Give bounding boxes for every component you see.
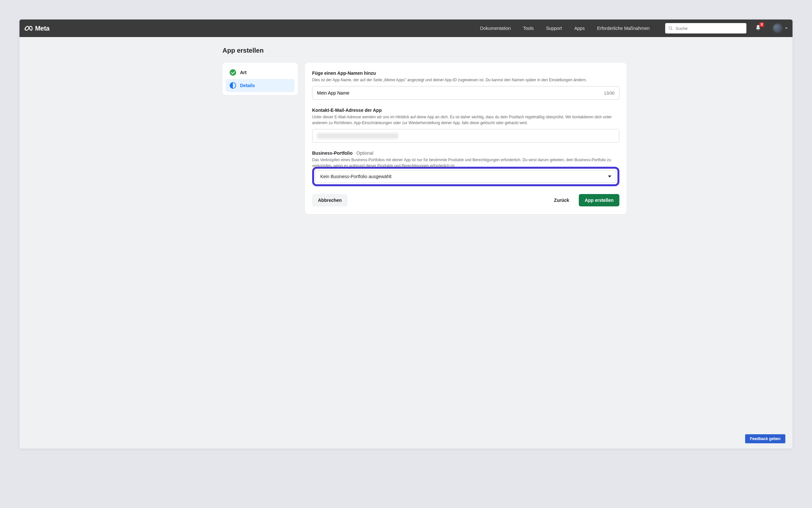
meta-logo-icon bbox=[24, 24, 33, 33]
field-desc: Das Verknüpfen eines Business-Portfolios… bbox=[312, 157, 619, 167]
content-area: App erstellen Art Details Füge einen App… bbox=[19, 37, 793, 234]
app-name-input[interactable] bbox=[317, 90, 604, 95]
field-app-name: Füge einen App-Namen hinzu Dies ist der … bbox=[312, 71, 619, 100]
field-business-portfolio: Business-Portfolio · Optional Das Verknü… bbox=[312, 151, 619, 186]
brand-name: Meta bbox=[35, 25, 49, 32]
avatar bbox=[773, 24, 782, 33]
sidebar-item-art[interactable]: Art bbox=[226, 66, 295, 79]
half-circle-icon bbox=[230, 82, 236, 89]
field-title-main: Business-Portfolio bbox=[312, 151, 352, 156]
nav-support[interactable]: Support bbox=[546, 26, 562, 31]
field-desc: Dies ist der App-Name, der auf der Seite… bbox=[312, 77, 619, 83]
create-app-button[interactable]: App erstellen bbox=[579, 194, 619, 206]
dropdown-value: Kein Business-Portfolio ausgewählt bbox=[320, 174, 391, 179]
business-portfolio-select[interactable]: Kein Business-Portfolio ausgewählt bbox=[316, 170, 616, 183]
nav-apps[interactable]: Apps bbox=[574, 26, 585, 31]
field-title-optional: · Optional bbox=[352, 151, 373, 156]
search-box[interactable] bbox=[665, 23, 747, 34]
app-name-input-wrap: 13/30 bbox=[312, 86, 619, 100]
chevron-down-icon bbox=[785, 27, 788, 30]
feedback-button[interactable]: Feedback geben bbox=[745, 434, 785, 443]
sidebar-item-details[interactable]: Details bbox=[226, 79, 295, 92]
sidebar-item-label: Details bbox=[240, 83, 255, 88]
wizard-steps: Art Details bbox=[223, 63, 298, 95]
field-title: Business-Portfolio · Optional bbox=[312, 151, 619, 156]
user-menu[interactable] bbox=[773, 24, 788, 33]
form-card: Füge einen App-Namen hinzu Dies ist der … bbox=[305, 63, 627, 214]
contact-email-input[interactable] bbox=[312, 129, 619, 143]
notifications-badge: 0 bbox=[759, 23, 764, 27]
nav-tools[interactable]: Tools bbox=[523, 26, 534, 31]
field-title: Kontakt-E-Mail-Adresse der App bbox=[312, 108, 619, 113]
field-desc: Unter dieser E-Mail-Adresse wenden wir u… bbox=[312, 114, 619, 126]
check-circle-icon bbox=[230, 69, 236, 76]
nav-links: Dokumentation Tools Support Apps Erforde… bbox=[480, 26, 650, 31]
highlighted-annotation: Kein Business-Portfolio ausgewählt bbox=[312, 167, 619, 186]
notifications-button[interactable]: 0 bbox=[755, 25, 761, 32]
nav-required-actions[interactable]: Erforderliche Maßnahmen bbox=[597, 26, 650, 31]
search-input[interactable] bbox=[676, 26, 743, 31]
search-icon bbox=[668, 26, 673, 31]
topbar: Meta Dokumentation Tools Support Apps Er… bbox=[19, 19, 793, 37]
page-title: App erstellen bbox=[223, 47, 793, 54]
brand-logo[interactable]: Meta bbox=[24, 24, 49, 33]
caret-down-icon bbox=[608, 175, 611, 177]
field-title: Füge einen App-Namen hinzu bbox=[312, 71, 619, 76]
cancel-button[interactable]: Abbrechen bbox=[312, 194, 347, 206]
layout-row: Art Details Füge einen App-Namen hinzu D… bbox=[223, 63, 793, 214]
char-count: 13/30 bbox=[604, 91, 615, 95]
back-button[interactable]: Zurück bbox=[548, 194, 575, 206]
app-window: Meta Dokumentation Tools Support Apps Er… bbox=[19, 19, 793, 449]
redacted-value bbox=[317, 133, 398, 139]
actions-row: Abbrechen Zurück App erstellen bbox=[312, 194, 619, 206]
svg-line-1 bbox=[671, 29, 673, 30]
svg-point-0 bbox=[669, 27, 672, 29]
nav-documentation[interactable]: Dokumentation bbox=[480, 26, 511, 31]
field-contact-email: Kontakt-E-Mail-Adresse der App Unter die… bbox=[312, 108, 619, 143]
sidebar-item-label: Art bbox=[240, 70, 246, 75]
